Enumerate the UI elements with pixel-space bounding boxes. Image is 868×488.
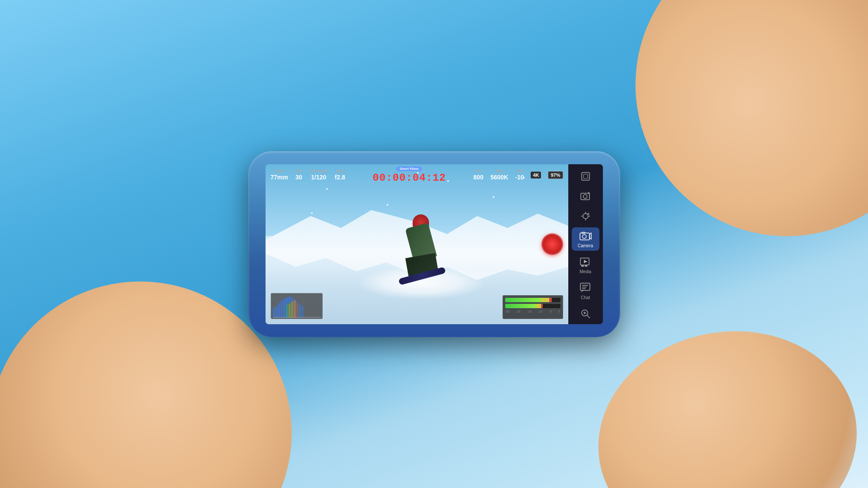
media-label: Media bbox=[580, 269, 591, 274]
snowboarder-figure bbox=[396, 212, 448, 290]
chat-label: Chat bbox=[581, 295, 590, 300]
svg-point-32 bbox=[582, 234, 586, 238]
auto-exposure-icon: A bbox=[580, 210, 592, 222]
camera-icon bbox=[580, 230, 592, 242]
snowflake bbox=[387, 204, 388, 206]
sidebar-item-chat[interactable]: Chat bbox=[572, 279, 599, 303]
svg-rect-21 bbox=[583, 174, 588, 179]
sidebar-item-media[interactable]: Media bbox=[572, 253, 599, 277]
svg-marker-33 bbox=[589, 233, 591, 239]
phone-body: LENS 77mm FPS 30 SHUTTER 1/120 IRIS bbox=[248, 151, 620, 337]
svg-text:A: A bbox=[588, 191, 590, 195]
snowflake bbox=[523, 177, 525, 179]
auto-camera-icon: A bbox=[580, 190, 592, 202]
side-panel: A A bbox=[568, 164, 603, 324]
svg-rect-20 bbox=[582, 172, 589, 180]
phone-screen: LENS 77mm FPS 30 SHUTTER 1/120 IRIS bbox=[266, 164, 603, 324]
media-icon bbox=[580, 256, 592, 268]
snowflake bbox=[447, 180, 449, 182]
sidebar-item-auto-camera[interactable]: A bbox=[572, 188, 599, 205]
svg-line-45 bbox=[587, 315, 590, 318]
svg-text:A: A bbox=[587, 212, 589, 215]
sidebar-item-focus[interactable] bbox=[572, 168, 599, 185]
snowflake bbox=[493, 196, 494, 198]
svg-point-23 bbox=[583, 195, 587, 198]
chat-icon bbox=[580, 282, 592, 294]
svg-rect-31 bbox=[580, 233, 589, 240]
sidebar-item-auto-exposure[interactable]: A bbox=[572, 207, 599, 225]
remote-icon bbox=[580, 308, 592, 320]
svg-rect-38 bbox=[585, 265, 587, 267]
sidebar-item-remote[interactable] bbox=[572, 305, 599, 322]
snowflake bbox=[326, 188, 328, 190]
camera-viewport: LENS 77mm FPS 30 SHUTTER 1/120 IRIS bbox=[266, 164, 568, 324]
snowflake bbox=[417, 172, 419, 174]
svg-rect-37 bbox=[581, 265, 584, 267]
snowflake bbox=[311, 212, 313, 214]
svg-marker-36 bbox=[584, 260, 587, 263]
sidebar-item-camera[interactable]: Camera bbox=[572, 227, 599, 251]
camera-label: Camera bbox=[578, 243, 593, 248]
focus-icon bbox=[580, 170, 592, 182]
